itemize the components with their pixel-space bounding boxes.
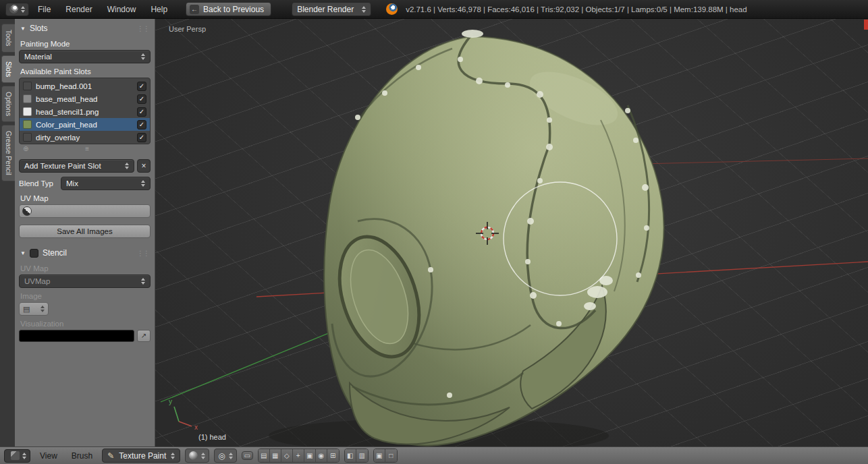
blend-type-value: Mix [66,179,78,187]
snap-toggle[interactable]: ▥ [356,449,368,462]
slot-visibility-checkbox[interactable]: ✓ [137,82,146,91]
painting-mode-select[interactable]: Material [19,50,151,63]
blender-window: File Render Window Help ← Back to Previo… [0,0,868,464]
header-toggle[interactable]: ▦ [270,449,281,462]
updown-arrows-icon [229,453,233,459]
header-toggle-group: ▤ ▦ ◇ + ▣ ◉ ⊞ [258,448,340,463]
stencil-color-swatch[interactable] [19,330,134,342]
paint-slot-name: bump_head.001 [36,82,133,90]
editor-type-select[interactable] [5,3,29,16]
stencil-image-select[interactable]: ▤ [19,302,49,316]
texture-paint-icon: ✎ [107,451,114,461]
panel-drag-icon[interactable]: ⋮⋮ [137,250,149,257]
uv-map-select[interactable] [19,204,151,218]
scene-statistics: v2.71.6 | Verts:46,978 | Faces:46,016 | … [406,5,747,13]
back-arrow-icon: ← [190,5,199,14]
tool-shelf: ▼ Slots ⋮⋮ Painting Mode Material Availa… [15,19,155,446]
slot-visibility-checkbox[interactable]: ✓ [137,94,146,104]
region-edge-marker [864,20,868,30]
paint-slot-row[interactable]: base_meatl_head ✓ [20,92,150,105]
shading-sphere-icon [189,451,198,460]
view3d-editor-icon [11,451,20,460]
tab-slots[interactable]: Slots [1,55,15,83]
slots-panel-title: Slots [30,24,48,33]
updown-arrows-icon [171,453,175,459]
tab-tools[interactable]: Tools [1,24,15,53]
blend-type-row: Blend Typ Mix [19,177,151,190]
header-toggle[interactable]: ▤ [259,449,270,462]
stencil-uv-map-label: UV Map [20,264,149,272]
manipulator-toggle[interactable]: ▭ [242,451,253,460]
stencil-panel-header[interactable]: ▼ Stencil ⋮⋮ [19,245,151,260]
painting-mode-value: Material [24,53,52,61]
paint-slot-row[interactable]: bump_head.001 ✓ [20,80,150,92]
list-footer: ⊕ ≡ [19,144,151,153]
add-texture-paint-slot-label: Add Texture Paint Slot [24,162,101,170]
list-resize-grip-icon[interactable]: ≡ [85,145,90,152]
menu-file[interactable]: File [32,3,57,16]
active-object-label: (1) head [198,433,226,441]
axis-gizmo: x y [169,398,198,431]
save-all-images-button[interactable]: Save All Images [19,225,151,238]
updown-arrows-icon [22,453,26,459]
interaction-mode-select[interactable]: ✎ Texture Paint [102,448,180,463]
blend-type-select[interactable]: Mix [61,177,151,190]
slot-visibility-checkbox[interactable]: ✓ [137,107,146,117]
snap-toggle[interactable]: ◧ [345,449,356,462]
toolshelf-tabs: Tools Slots Options Grease Pencil [0,19,15,446]
blend-type-label: Blend Typ [19,179,57,187]
menu-render[interactable]: Render [59,3,98,16]
viewport-3d[interactable]: x y User Persp (1) head [155,19,868,446]
clear-slot-button[interactable]: × [137,159,151,173]
menu-help[interactable]: Help [144,3,173,16]
opengl-render-button[interactable]: ▣ [374,449,385,462]
header-toggle[interactable]: ◇ [281,449,293,462]
header-toggle[interactable]: ▣ [304,449,316,462]
main-area: Tools Slots Options Grease Pencil ▼ Slot… [0,19,868,446]
collapse-triangle-icon: ▼ [20,250,26,256]
pivot-point-select[interactable]: ◎ [214,448,236,463]
panel-drag-icon[interactable]: ⋮⋮ [137,25,149,32]
back-to-previous-label: Back to Previous [203,5,264,14]
render-engine-value: Blender Render [297,5,354,14]
slots-panel-header[interactable]: ▼ Slots ⋮⋮ [19,20,151,36]
paint-slot-row[interactable]: head_stencil1.png ✓ [20,105,150,118]
stencil-enable-checkbox[interactable] [30,249,38,258]
blender-logo-icon [386,3,398,15]
updown-arrows-icon [141,53,145,60]
updown-arrows-icon [362,6,366,13]
list-filter-icon[interactable]: ⊕ [23,145,28,152]
opengl-render-anim-button[interactable]: □ [385,449,397,462]
swatch-extras-button[interactable]: ↗ [137,330,151,342]
slot-visibility-checkbox[interactable]: ✓ [137,133,146,142]
editor-type-select[interactable] [4,449,30,463]
header-toggle[interactable]: ◉ [316,449,327,462]
header-toggle[interactable]: ⊞ [327,449,339,462]
menu-window[interactable]: Window [101,3,142,16]
texture-thumbnail-icon [23,120,32,129]
tab-grease-pencil[interactable]: Grease Pencil [1,125,15,181]
menu-brush[interactable]: Brush [67,449,97,463]
back-to-previous-button[interactable]: ← Back to Previous [186,2,271,16]
paint-slot-name: Color_paint_head [36,121,133,129]
add-slot-row: Add Texture Paint Slot × [19,159,151,173]
stencil-uv-map-select[interactable]: UVMap [19,274,151,288]
tab-options[interactable]: Options [1,86,15,122]
header-toggle[interactable]: + [293,449,304,462]
menu-view[interactable]: View [35,449,62,463]
viewport-header: View Brush ✎ Texture Paint ◎ ▭ ▤ ▦ ◇ + ▣… [0,446,868,464]
paint-slots-list: bump_head.001 ✓ base_meatl_head ✓ head_s… [19,78,151,144]
stencil-uv-map-value: UVMap [24,277,50,285]
paint-slot-row-selected[interactable]: Color_paint_head ✓ [20,118,150,131]
helmet-model [324,30,663,446]
slot-visibility-checkbox[interactable]: ✓ [137,120,146,129]
snap-button-group: ◧ ▥ [344,448,369,463]
svg-text:y: y [169,398,172,405]
paint-slot-row[interactable]: dirty_overlay ✓ [20,131,150,144]
viewport-shading-select[interactable] [185,448,209,463]
render-engine-select[interactable]: Blender Render [292,2,371,16]
add-texture-paint-slot-select[interactable]: Add Texture Paint Slot [19,159,134,173]
viewport-canvas[interactable]: x y [155,19,868,446]
visualization-label: Visualization [20,320,149,328]
texture-thumbnail-icon [23,107,32,116]
